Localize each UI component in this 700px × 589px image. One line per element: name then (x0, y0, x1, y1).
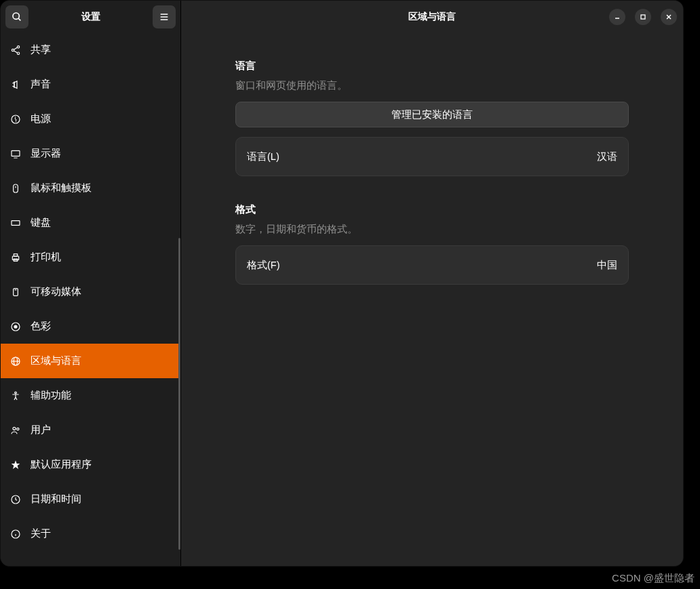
format-row-label: 格式(F) (247, 259, 280, 272)
search-icon (12, 12, 22, 22)
minimize-icon (614, 14, 621, 20)
sidebar-item-about[interactable]: 关于 (1, 516, 180, 551)
manage-button-label: 管理已安装的语言 (391, 108, 473, 121)
manage-installed-languages-button[interactable]: 管理已安装的语言 (235, 102, 629, 127)
info-icon (10, 529, 21, 540)
power-icon (10, 114, 21, 125)
format-row-value: 中国 (597, 259, 617, 272)
accessibility-icon (10, 390, 21, 401)
sidebar-item-label: 日期和时间 (31, 493, 81, 506)
sidebar: 设置 共享 声音 电源 显示器 鼠标和触摸板 键盘 打印机 可移动媒体 色彩 区… (1, 1, 181, 566)
sidebar-item-label: 声音 (31, 78, 51, 91)
svg-line-8 (14, 47, 17, 49)
hamburger-icon (159, 12, 170, 22)
svg-point-29 (15, 392, 17, 394)
minimize-button[interactable] (609, 9, 625, 25)
sidebar-list: 共享 声音 电源 显示器 鼠标和触摸板 键盘 打印机 可移动媒体 色彩 区域与语… (1, 33, 180, 566)
svg-point-30 (13, 427, 16, 430)
share-icon (10, 45, 21, 56)
clock-icon (10, 494, 21, 505)
language-section-desc: 窗口和网页使用的语言。 (235, 79, 629, 92)
mouse-icon (10, 183, 21, 194)
sidebar-item-power[interactable]: 电源 (1, 102, 180, 136)
sidebar-item-label: 电源 (31, 113, 51, 125)
sidebar-item-default-apps[interactable]: 默认应用程序 (1, 447, 180, 482)
svg-rect-37 (641, 15, 645, 19)
sound-icon (10, 79, 21, 90)
sidebar-item-label: 用户 (31, 424, 51, 436)
svg-point-31 (17, 428, 19, 430)
media-icon (10, 287, 21, 298)
printer-icon (10, 252, 21, 263)
window-controls (609, 9, 677, 25)
keyboard-icon (10, 218, 21, 228)
svg-rect-15 (12, 220, 20, 225)
main-panel: 区域与语言 语言 窗口和网页使用的语言。 管理已安装的语言 语言(L) 汉语 格… (181, 1, 683, 566)
sidebar-item-label: 鼠标和触摸板 (31, 182, 92, 195)
sidebar-item-keyboard[interactable]: 键盘 (1, 205, 180, 240)
sidebar-item-label: 显示器 (31, 147, 61, 160)
sidebar-item-mouse[interactable]: 鼠标和触摸板 (1, 171, 180, 205)
language-row[interactable]: 语言(L) 汉语 (235, 137, 629, 176)
maximize-button[interactable] (635, 9, 651, 25)
sidebar-item-displays[interactable]: 显示器 (1, 136, 180, 171)
close-button[interactable] (661, 9, 677, 25)
sidebar-item-label: 可移动媒体 (31, 285, 81, 298)
sidebar-item-label: 键盘 (31, 216, 51, 229)
language-row-value: 汉语 (597, 150, 617, 163)
sidebar-item-sound[interactable]: 声音 (1, 67, 180, 102)
sidebar-item-accessibility[interactable]: 辅助功能 (1, 378, 180, 413)
star-icon (10, 460, 21, 470)
sidebar-item-datetime[interactable]: 日期和时间 (1, 482, 180, 516)
format-section-desc: 数字，日期和货币的格式。 (235, 223, 629, 236)
sidebar-item-label: 默认应用程序 (31, 458, 92, 471)
svg-point-0 (13, 13, 19, 19)
users-icon (10, 425, 21, 436)
language-section-title: 语言 (235, 60, 629, 73)
sidebar-item-label: 共享 (31, 43, 51, 56)
globe-icon (10, 356, 21, 367)
sidebar-item-removable-media[interactable]: 可移动媒体 (1, 275, 180, 309)
language-row-label: 语言(L) (247, 150, 279, 163)
settings-window: 设置 共享 声音 电源 显示器 鼠标和触摸板 键盘 打印机 可移动媒体 色彩 区… (0, 0, 684, 567)
sidebar-item-label: 关于 (31, 527, 51, 540)
sidebar-item-users[interactable]: 用户 (1, 413, 180, 447)
sidebar-item-region-language[interactable]: 区域与语言 (1, 344, 180, 378)
color-icon (10, 321, 21, 332)
page-title: 区域与语言 (408, 11, 456, 23)
sidebar-item-sharing[interactable]: 共享 (1, 33, 180, 67)
menu-button[interactable] (153, 5, 176, 28)
sidebar-item-label: 色彩 (31, 320, 51, 333)
svg-rect-11 (12, 150, 20, 156)
svg-rect-20 (14, 253, 17, 256)
display-icon (10, 148, 21, 159)
sidebar-title: 设置 (33, 11, 149, 23)
sidebar-item-label: 辅助功能 (31, 389, 71, 402)
main-content: 语言 窗口和网页使用的语言。 管理已安装的语言 语言(L) 汉语 格式 数字，日… (181, 33, 683, 566)
maximize-icon (640, 14, 646, 20)
sidebar-item-printers[interactable]: 打印机 (1, 240, 180, 275)
svg-point-25 (14, 325, 17, 328)
sidebar-item-label: 打印机 (31, 251, 61, 264)
watermark: CSDN @盛世隐者 (612, 572, 695, 585)
close-icon (665, 14, 672, 20)
sidebar-scrollbar[interactable] (178, 238, 180, 550)
svg-line-1 (18, 18, 20, 20)
format-row[interactable]: 格式(F) 中国 (235, 245, 629, 285)
svg-rect-13 (14, 184, 18, 192)
sidebar-item-label: 区域与语言 (31, 354, 81, 367)
sidebar-header: 设置 (1, 1, 180, 33)
format-section-title: 格式 (235, 203, 629, 216)
sidebar-item-color[interactable]: 色彩 (1, 309, 180, 344)
svg-line-9 (14, 50, 17, 52)
main-header: 区域与语言 (181, 1, 683, 33)
search-button[interactable] (5, 5, 28, 28)
